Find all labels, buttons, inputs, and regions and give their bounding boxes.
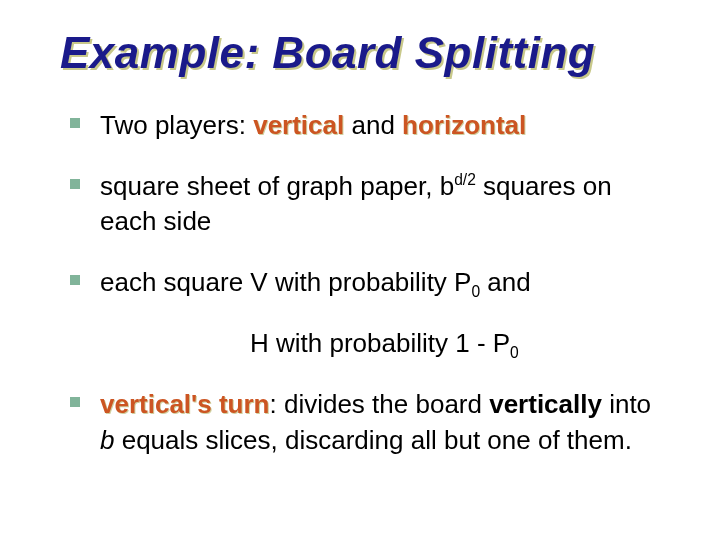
square-bullet-icon xyxy=(70,118,80,128)
text: equals slices, discarding all but one of… xyxy=(114,425,631,455)
keyword-vertically: vertically xyxy=(489,389,602,419)
text: square sheet of graph paper, b xyxy=(100,171,454,201)
square-bullet-icon xyxy=(70,275,80,285)
bullet-text-3-line2: H with probability 1 - P0 xyxy=(250,326,660,361)
bullet-text-2: square sheet of graph paper, bd/2 square… xyxy=(100,169,660,239)
slide-title: Example: Board Splitting xyxy=(60,28,660,78)
superscript: d/2 xyxy=(454,171,476,188)
square-bullet-icon xyxy=(70,397,80,407)
subscript: 0 xyxy=(510,345,519,362)
slide: Example: Board Splitting Two players: ve… xyxy=(0,0,720,540)
text: Two players: xyxy=(100,110,253,140)
text: into xyxy=(602,389,651,419)
bullet-item-1: Two players: vertical and horizontal xyxy=(60,108,660,143)
text: each square V with probability P xyxy=(100,267,471,297)
bullet-text-4: vertical's turn: divides the board verti… xyxy=(100,387,660,457)
text: : divides the board xyxy=(269,389,489,419)
bullet-text-3: each square V with probability P0 and xyxy=(100,265,660,300)
keyword-vertical: vertical xyxy=(253,110,344,140)
bullet-item-4: vertical's turn: divides the board verti… xyxy=(60,387,660,457)
square-bullet-icon xyxy=(70,179,80,189)
bullet-item-2: square sheet of graph paper, bd/2 square… xyxy=(60,169,660,239)
text: and xyxy=(344,110,402,140)
text: H with probability 1 - P xyxy=(250,328,510,358)
keyword-verticals-turn: vertical's turn xyxy=(100,389,269,419)
keyword-horizontal: horizontal xyxy=(402,110,526,140)
bullet-text-1: Two players: vertical and horizontal xyxy=(100,108,660,143)
text: and xyxy=(480,267,531,297)
variable-b: b xyxy=(100,425,114,455)
bullet-item-3: each square V with probability P0 and xyxy=(60,265,660,300)
subscript: 0 xyxy=(471,283,480,300)
